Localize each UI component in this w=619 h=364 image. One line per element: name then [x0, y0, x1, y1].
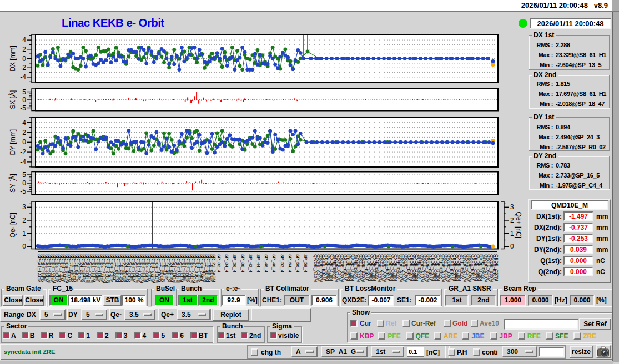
svg-text:0: 0	[22, 179, 26, 187]
svg-text:-5: -5	[20, 104, 26, 112]
svg-text:SP_32_4: SP_32_4	[217, 254, 222, 272]
svg-text:0: 0	[510, 242, 514, 250]
svg-text:2: 2	[22, 46, 26, 53]
svg-text:SP_52_4: SP_52_4	[280, 254, 285, 272]
svg-text:0: 0	[22, 138, 26, 146]
svg-text:4: 4	[22, 36, 26, 44]
svg-text:-5: -5	[20, 188, 26, 195]
svg-text:-4: -4	[20, 73, 26, 81]
svg-text:SY [Å]: SY [Å]	[8, 174, 17, 193]
svg-text:SP_21_7ACM: SP_21_7ACM	[212, 254, 217, 282]
svg-text:2: 2	[510, 216, 514, 224]
svg-text:3: 3	[22, 203, 26, 211]
svg-text:QBDE_C57M: QBDE_C57M	[494, 254, 499, 281]
svg-text:3: 3	[510, 203, 514, 211]
svg-text:SP_44_4: SP_44_4	[256, 254, 261, 272]
svg-text:4: 4	[22, 119, 26, 127]
svg-text:SP_56_4: SP_56_4	[295, 254, 300, 272]
svg-text:-4: -4	[20, 158, 26, 166]
svg-text:SX [Å]: SX [Å]	[8, 90, 17, 109]
svg-text:SP_36_4: SP_36_4	[232, 254, 237, 272]
svg-text:2: 2	[22, 216, 26, 224]
svg-text:1: 1	[22, 230, 26, 237]
svg-text:Qe+ [nC]: Qe+ [nC]	[515, 212, 522, 239]
svg-text:DX [mm]: DX [mm]	[9, 46, 17, 72]
svg-text:-2: -2	[20, 64, 26, 72]
svg-text:5: 5	[22, 88, 26, 96]
svg-text:-2: -2	[20, 148, 26, 156]
svg-text:5: 5	[22, 171, 26, 179]
svg-text:SP_46_4: SP_46_4	[264, 254, 269, 272]
svg-text:SP_54_4: SP_54_4	[288, 254, 293, 272]
svg-text:0: 0	[22, 242, 26, 250]
svg-text:0: 0	[22, 55, 26, 63]
svg-text:SP_58_4: SP_58_4	[303, 254, 308, 272]
svg-text:SP_38_4: SP_38_4	[240, 254, 245, 272]
svg-text:SP_42_4: SP_42_4	[248, 254, 253, 272]
svg-text:1: 1	[510, 230, 514, 237]
svg-text:2: 2	[22, 129, 26, 136]
svg-text:SP_48_4: SP_48_4	[271, 254, 276, 272]
svg-text:SP_34_4: SP_34_4	[224, 254, 229, 272]
svg-text:DY [mm]: DY [mm]	[9, 129, 17, 155]
svg-text:Qe- [nC]: Qe- [nC]	[9, 213, 17, 237]
svg-text:0: 0	[22, 96, 26, 104]
